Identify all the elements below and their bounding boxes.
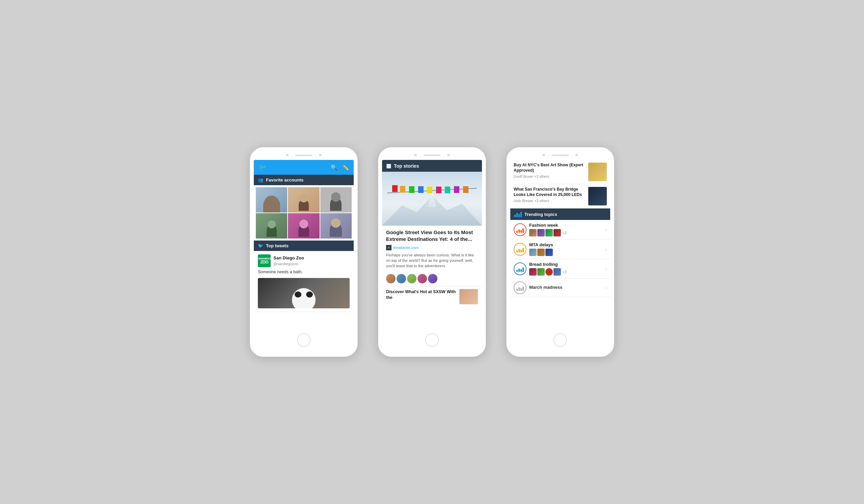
top-tweets-header: 🐦 Top tweets <box>254 241 354 251</box>
top-tweets-icon: 🐦 <box>258 243 263 248</box>
news-author-2: Josh Brewer +3 others <box>514 199 586 203</box>
news-text-1: Buy At NYC's Best Art Show (Expert Appro… <box>514 163 586 179</box>
news-item-1[interactable]: Buy At NYC's Best Art Show (Expert Appro… <box>510 160 610 184</box>
trend-content-4: March madness <box>529 285 602 291</box>
trend-name-4: March madness <box>529 285 602 290</box>
sub-story[interactable]: Discover What's Hot at SXSW With the <box>382 286 482 307</box>
zoo-logo: SAN DIEGO ZOO <box>258 254 271 267</box>
compose-icon[interactable]: ✏️ <box>342 164 349 171</box>
story-description: Perhaps you've always been curious: What… <box>386 252 478 269</box>
avatar-1[interactable] <box>256 187 287 212</box>
search-icon[interactable]: 🔍 <box>331 164 337 171</box>
phone-1-home-button[interactable] <box>297 333 311 347</box>
avatar-5[interactable] <box>288 213 319 238</box>
panda-face <box>292 288 315 308</box>
trend-av-2-2 <box>537 249 545 256</box>
phone-1-camera <box>286 154 289 157</box>
trend-item-3[interactable]: Bread trolling +2 › <box>510 259 610 279</box>
phone-2-camera-2 <box>447 154 450 157</box>
avatar-3[interactable] <box>320 187 352 212</box>
phone-3-screen: Buy At NYC's Best Art Show (Expert Appro… <box>510 160 610 329</box>
phone-3-camera-2 <box>575 154 578 157</box>
trend-avatars-3: +2 <box>529 268 602 275</box>
trend-item-1[interactable]: Fashion week +3 › <box>510 220 610 239</box>
trend-avatars-1: +3 <box>529 229 602 236</box>
phone-1-screen: 🐦 🔍 ✏️ 👥 Favorite accounts <box>254 160 354 329</box>
phone-1-top <box>254 154 354 157</box>
scene: 🐦 🔍 ✏️ 👥 Favorite accounts <box>229 127 635 377</box>
tweet-text: Someone needs a bath. <box>258 269 350 275</box>
sub-story-image <box>459 289 478 304</box>
story-av-5 <box>428 274 437 283</box>
news-title-1: Buy At NYC's Best Art Show (Expert Appro… <box>514 163 586 173</box>
trend-content-1: Fashion week +3 <box>529 223 602 236</box>
trend-count-1: +3 <box>562 231 567 235</box>
trend-av-1-4 <box>553 229 561 236</box>
trend-av-3-2 <box>537 268 545 275</box>
trend-chevron-2: › <box>605 247 607 252</box>
p1-twitter-header: 🐦 🔍 ✏️ <box>254 160 354 175</box>
tweet-handle: @sandiegozoo <box>273 262 298 266</box>
p1-header-actions[interactable]: 🔍 ✏️ <box>331 164 349 171</box>
phone-3: Buy At NYC's Best Art Show (Expert Appro… <box>506 147 614 357</box>
tweet-item[interactable]: SAN DIEGO ZOO San Diego Zoo @sandiegozoo… <box>254 251 354 312</box>
tweet-user-info: San Diego Zoo @sandiegozoo <box>273 255 304 267</box>
avatar-6[interactable] <box>320 213 352 238</box>
phone-1-speaker <box>295 155 312 156</box>
favorite-accounts-label: Favorite accounts <box>266 177 303 183</box>
trend-av-3-4 <box>553 268 561 275</box>
trend-avatars-2 <box>529 249 602 256</box>
trend-name-1: Fashion week <box>529 223 602 228</box>
top-stories-label: Top stories <box>394 163 419 169</box>
phone-2-bottom <box>382 333 482 347</box>
twitter-bird-icon: 🐦 <box>259 163 267 171</box>
source-url[interactable]: theatlantic.com <box>394 246 419 250</box>
phone-2-speaker <box>423 155 441 156</box>
story-hero-image <box>382 172 482 226</box>
story-av-4 <box>418 274 427 283</box>
trend-av-1-1 <box>529 229 537 236</box>
phone-3-home-button[interactable] <box>553 333 567 347</box>
tweet-image <box>258 278 350 308</box>
trend-item-4[interactable]: March madness › <box>510 279 610 297</box>
phone-1: 🐦 🔍 ✏️ 👥 Favorite accounts <box>250 147 358 357</box>
news-image-2 <box>588 187 607 206</box>
trend-av-1-2 <box>537 229 545 236</box>
avatar-2[interactable] <box>288 187 319 212</box>
story-avatars <box>382 271 482 286</box>
tweet-user: SAN DIEGO ZOO San Diego Zoo @sandiegozoo <box>258 254 350 267</box>
story-source: A theatlantic.com <box>386 245 478 250</box>
sub-story-text: Discover What's Hot at SXSW With the <box>386 289 456 300</box>
trend-item-2[interactable]: MTA delays › <box>510 239 610 259</box>
story-av-1 <box>386 274 396 283</box>
accounts-icon: 👥 <box>258 177 263 183</box>
news-item-2[interactable]: What San Francisco's Bay Bridge Looks Li… <box>510 184 610 208</box>
avatar-4[interactable] <box>256 213 287 238</box>
trend-chevron-1: › <box>605 227 607 232</box>
trend-icon-3 <box>514 262 527 275</box>
phone-1-bottom <box>254 333 354 347</box>
trend-chevron-4: › <box>605 285 607 291</box>
trend-av-3-3 <box>545 268 553 275</box>
avatar-grid <box>254 185 354 241</box>
stories-grid-icon: ▦ <box>386 163 391 169</box>
top-tweets-label: Top tweets <box>266 243 289 248</box>
trend-name-2: MTA delays <box>529 242 602 247</box>
story-title[interactable]: Google Street View Goes to Its Most Extr… <box>386 229 478 242</box>
trending-header: Trending topics <box>510 208 610 220</box>
phone-2: ▦ Top stories <box>378 147 486 357</box>
phone-2-top <box>382 154 482 157</box>
phone-2-camera <box>414 154 417 157</box>
phone-2-home-button[interactable] <box>425 333 439 347</box>
story-content: Google Street View Goes to Its Most Extr… <box>382 226 482 271</box>
trend-icon-1 <box>514 223 527 236</box>
news-author-1: Geoff Brown +3 others <box>514 174 586 179</box>
trend-content-2: MTA delays <box>529 242 602 256</box>
phone-2-screen: ▦ Top stories <box>382 160 482 329</box>
story-av-3 <box>407 274 417 283</box>
story-av-2 <box>397 274 406 283</box>
trend-name-3: Bread trolling <box>529 262 602 267</box>
phone-3-bottom <box>510 333 610 347</box>
phone-1-camera-2 <box>319 154 322 157</box>
phone-3-speaker <box>552 155 569 156</box>
